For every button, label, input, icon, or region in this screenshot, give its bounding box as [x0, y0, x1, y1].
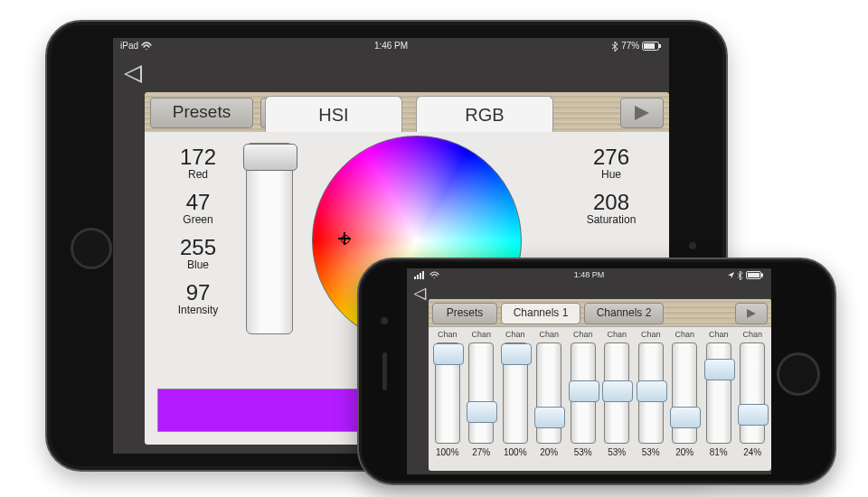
status-bar: 1:48 PM: [407, 268, 771, 281]
fader-knob-icon[interactable]: [467, 401, 497, 423]
battery-icon: [746, 270, 764, 279]
fader-label: Chan: [634, 330, 668, 341]
fader-5: Chan53%: [566, 330, 600, 469]
fader-knob-icon[interactable]: [501, 343, 532, 365]
fader-track[interactable]: [740, 342, 765, 444]
fader-track[interactable]: [604, 342, 629, 444]
rgb-values: 172 Red 47 Green 255 Blue 97 Intensity: [157, 145, 239, 325]
fader-track[interactable]: [468, 342, 494, 444]
nav-bar: Presets 1 2 HSI RGB: [145, 92, 669, 133]
fader-percent: 24%: [736, 447, 770, 457]
svg-rect-1: [644, 43, 655, 49]
blue-label: Blue: [157, 258, 239, 271]
fader-label: Chan: [668, 330, 703, 341]
fader-percent: 81%: [702, 447, 736, 457]
red-value: 172: [157, 145, 239, 170]
back-button-icon[interactable]: [412, 286, 426, 302]
fader-2: Chan27%: [465, 330, 499, 469]
fader-percent: 100%: [498, 447, 533, 457]
fader-track[interactable]: [571, 342, 596, 444]
blue-value: 255: [157, 235, 239, 260]
red-label: Red: [157, 168, 239, 181]
fader-percent: 20%: [668, 447, 703, 457]
sat-value: 208: [566, 190, 656, 215]
fader-percent: 20%: [533, 447, 567, 457]
fader-knob-icon[interactable]: [602, 380, 633, 402]
bluetooth-icon: [737, 270, 746, 279]
fader-10: Chan24%: [736, 330, 770, 469]
more-button[interactable]: [735, 303, 768, 324]
home-button-icon[interactable]: [71, 228, 112, 269]
iphone-device: 1:48 PM Presets: [357, 258, 836, 485]
intensity-label: Intensity: [157, 304, 239, 316]
battery-pct-label: 77%: [621, 41, 639, 51]
fader-row: Chan100%Chan27%Chan100%Chan20%Chan53%Cha…: [429, 326, 771, 471]
fader-label: Chan: [600, 330, 635, 341]
fader-label: Chan: [702, 330, 736, 341]
fader-track[interactable]: [536, 342, 561, 444]
presets-button[interactable]: Presets: [432, 303, 497, 324]
svg-rect-2: [659, 44, 661, 48]
fader-label: Chan: [566, 330, 600, 341]
channels-2-tab[interactable]: Channels 2: [584, 303, 664, 324]
intensity-slider[interactable]: [246, 143, 293, 334]
camera-icon: [381, 317, 388, 324]
fader-track[interactable]: [672, 342, 697, 444]
fader-knob-icon[interactable]: [704, 359, 735, 380]
nav-bar: Presets Channels 1 Channels 2: [429, 299, 771, 327]
arrow-right-icon: [635, 106, 649, 120]
rgb-tab[interactable]: RGB: [416, 96, 553, 133]
fader-track[interactable]: [706, 342, 731, 444]
fader-track[interactable]: [503, 342, 528, 444]
more-button[interactable]: [620, 98, 664, 128]
arrow-right-icon: [747, 309, 756, 318]
fader-track[interactable]: [638, 342, 664, 444]
fader-percent: 53%: [600, 447, 635, 457]
status-bar: iPad 1:46 PM 77%: [113, 38, 669, 54]
fader-knob-icon[interactable]: [637, 380, 667, 402]
green-label: Green: [157, 213, 239, 226]
fader-label: Chan: [533, 330, 567, 341]
svg-rect-9: [761, 274, 763, 277]
hue-value: 276: [566, 145, 656, 170]
fader-knob-icon[interactable]: [670, 407, 701, 428]
channels-1-tab[interactable]: Channels 1: [501, 303, 580, 324]
bluetooth-icon: [611, 41, 621, 51]
fader-label: Chan: [736, 330, 770, 341]
fader-label: Chan: [465, 330, 499, 341]
fader-knob-icon[interactable]: [738, 404, 769, 426]
fader-label: Chan: [498, 330, 533, 341]
fader-7: Chan53%: [634, 330, 668, 469]
fader-percent: 27%: [465, 447, 499, 457]
iphone-screen: 1:48 PM Presets: [407, 268, 771, 474]
green-value: 47: [157, 190, 239, 215]
fader-9: Chan81%: [702, 330, 736, 469]
fader-1: Chan100%: [430, 330, 465, 469]
fader-4: Chan20%: [533, 330, 567, 469]
hue-label: Hue: [566, 168, 656, 181]
crosshair-icon[interactable]: [338, 232, 351, 245]
clock-label: 1:46 PM: [113, 38, 669, 54]
fader-label: Chan: [430, 330, 465, 341]
hsi-tab[interactable]: HSI: [265, 96, 402, 133]
intensity-value: 97: [157, 280, 239, 305]
fader-knob-icon[interactable]: [534, 407, 565, 428]
slider-thumb-icon[interactable]: [243, 144, 297, 171]
speaker-icon: [382, 352, 387, 390]
presets-button[interactable]: Presets: [150, 98, 253, 128]
home-button-icon[interactable]: [777, 352, 820, 396]
fader-knob-icon[interactable]: [433, 343, 464, 365]
fader-percent: 53%: [634, 447, 668, 457]
back-button-icon[interactable]: [122, 63, 142, 85]
fader-percent: 53%: [566, 447, 600, 457]
location-icon: [727, 270, 738, 279]
fader-track[interactable]: [435, 342, 460, 444]
mixer-panel: Presets Channels 1 Channels 2 Chan100%Ch…: [429, 299, 771, 471]
fader-percent: 100%: [430, 447, 465, 457]
fader-knob-icon[interactable]: [569, 380, 599, 402]
svg-rect-8: [748, 273, 760, 277]
fader-3: Chan100%: [498, 330, 533, 469]
clock-label: 1:48 PM: [407, 268, 771, 281]
battery-icon: [642, 41, 662, 51]
sat-label: Saturation: [566, 213, 656, 226]
